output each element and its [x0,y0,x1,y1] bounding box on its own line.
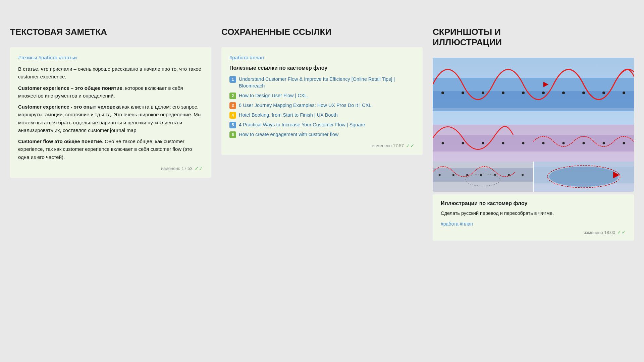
svg-point-17 [502,142,504,144]
svg-point-7 [542,92,545,94]
svg-point-21 [583,142,585,144]
svg-point-6 [522,92,525,94]
screenshots-column: СКРИНШОТЫ ИИЛЛЮСТРАЦИИ [433,27,634,241]
svg-point-30 [508,174,510,176]
text-note-para-4: Customer flow это общее понятие. Оно не … [18,137,203,161]
svg-point-14 [442,142,444,144]
svg-point-4 [482,92,484,94]
links-list: 1 Understand Customer Flow & Improve Its… [229,76,415,138]
link-text-4[interactable]: Hotel Booking, from Start to Finish | UX… [239,112,338,118]
caption-timestamp: изменено 18:00 [584,230,615,235]
text-note-tags: #тезисы #работа #статьи [18,55,203,60]
text-note-footer: изменено 17:53 ✓✓ [18,166,203,172]
svg-rect-24 [433,168,533,182]
caption-text: Сделать русский перевод и пересобрать в … [441,210,626,217]
text-note-timestamp: изменено 17:53 [161,166,193,171]
svg-point-8 [562,92,565,94]
link-item-1: 1 Understand Customer Flow & Improve Its… [229,76,415,89]
svg-point-2 [441,92,444,94]
link-num-2: 2 [229,93,236,99]
caption-footer: изменено 18:00 ✓✓ [441,229,626,235]
svg-point-18 [522,142,525,144]
saved-links-section-title: Полезные ссылки по кастомер флоу [229,65,415,71]
wave-bottom-right-thumb [534,162,634,192]
svg-point-3 [462,92,464,94]
link-text-3[interactable]: 6 User Journey Mapping Examples: How UX … [239,102,371,109]
saved-links-card: #работа #план Полезные ссылки по кастоме… [221,47,423,155]
svg-point-23 [623,142,625,144]
svg-point-11 [623,92,625,94]
saved-links-title: СОХРАНЕННЫЕ ССЫЛКИ [221,27,423,37]
saved-links-tags: #работа #план [229,55,415,60]
saved-links-timestamp: изменено 17:57 [372,143,404,148]
svg-point-9 [582,92,585,94]
saved-links-column: СОХРАНЕННЫЕ ССЫЛКИ #работа #план Полезны… [221,27,423,241]
svg-point-31 [522,174,524,176]
svg-point-20 [562,142,565,144]
saved-links-check-icon: ✓✓ [406,143,415,149]
svg-point-34 [549,167,618,187]
link-num-1: 1 [229,76,236,83]
saved-links-footer: изменено 17:57 ✓✓ [229,143,415,149]
text-note-para-1: В статье, что прислали – очень хорошо ра… [18,65,203,81]
wave-top-layer [433,58,634,125]
thumb-left-svg [433,162,533,192]
text-note-para-2: Customer experience – это общее понятие,… [18,84,203,100]
svg-point-16 [482,142,484,144]
svg-point-5 [502,92,504,94]
link-item-6: 6 How to create engagement with customer… [229,131,415,138]
text-note-para-3: Customer experience - это опыт человека … [18,103,203,134]
link-item-4: 4 Hotel Booking, from Start to Finish | … [229,112,415,119]
wave-mid-svg [433,125,634,162]
link-num-3: 3 [229,102,236,109]
link-text-5[interactable]: 4 Practical Ways to Increase Your Custom… [239,121,365,128]
svg-point-22 [603,142,605,144]
screenshots-title: СКРИНШОТЫ ИИЛЛЮСТРАЦИИ [433,27,634,48]
thumb-right-svg [534,162,634,192]
screenshots-caption-card: Иллюстрации по кастомер флоу Сделать рус… [433,194,634,241]
link-text-2[interactable]: How to Design User Flow | CXL. [239,92,309,99]
link-text-6[interactable]: How to create engagement with customer f… [239,131,338,138]
text-note-title: ТЕКСТОВАЯ ЗАМЕТКА [10,27,211,37]
text-note-check-icon: ✓✓ [195,166,203,172]
svg-point-25 [439,174,441,176]
caption-tags: #работа #план [441,221,626,227]
wave-bottom-left-thumb [433,162,533,192]
text-note-column: ТЕКСТОВАЯ ЗАМЕТКА #тезисы #работа #стать… [10,27,211,241]
wave-top-svg [433,58,634,125]
svg-point-10 [602,92,605,94]
link-item-3: 3 6 User Journey Mapping Examples: How U… [229,102,415,109]
svg-point-15 [462,142,464,144]
link-text-1[interactable]: Understand Customer Flow & Improve Its E… [239,76,415,89]
link-num-5: 5 [229,122,236,128]
wave-mid-layer [433,125,634,162]
wave-bottom-row [433,162,634,192]
link-item-5: 5 4 Practical Ways to Increase Your Cust… [229,121,415,128]
link-num-4: 4 [229,112,236,119]
caption-check-icon: ✓✓ [617,229,626,235]
caption-title: Иллюстрации по кастомер флоу [441,200,626,206]
link-num-6: 6 [229,131,236,138]
svg-point-26 [452,174,454,176]
wave-illustrations [433,58,634,192]
svg-point-19 [542,142,545,144]
link-item-2: 2 How to Design User Flow | CXL. [229,92,415,99]
text-note-card: #тезисы #работа #статьи В статье, что пр… [10,47,211,178]
text-note-body: В статье, что прислали – очень хорошо ра… [18,65,203,161]
